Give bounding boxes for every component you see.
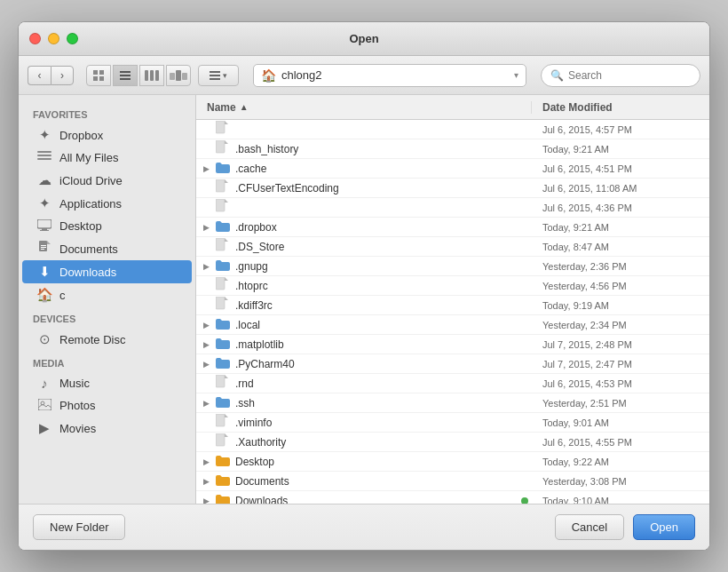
sidebar-item-applications[interactable]: ✦ Applications bbox=[22, 192, 192, 215]
titlebar: Open bbox=[19, 22, 709, 56]
file-date: Yesterday, 2:51 PM bbox=[532, 398, 709, 409]
icon-view-button[interactable] bbox=[86, 65, 111, 86]
file-name: .htoprc bbox=[235, 280, 532, 292]
table-row[interactable]: ▶ .matplotlib Jul 7, 2015, 2:48 PM bbox=[196, 335, 709, 354]
expand-icon[interactable]: ▶ bbox=[196, 321, 216, 330]
folder-icon bbox=[216, 318, 232, 332]
file-name: .gnupg bbox=[235, 260, 532, 273]
location-bar[interactable]: 🏠 chlong2 ▾ bbox=[253, 64, 526, 87]
location-dropdown-icon: ▾ bbox=[514, 70, 518, 80]
table-row[interactable]: .bash_history Today, 9:21 AM bbox=[196, 139, 709, 159]
svg-rect-30 bbox=[216, 179, 225, 192]
sidebar-item-downloads[interactable]: ⬇ Downloads bbox=[22, 260, 192, 283]
sidebar-item-documents[interactable]: Documents bbox=[22, 237, 192, 260]
expand-icon[interactable]: ▶ bbox=[196, 497, 216, 504]
file-list: Jul 6, 2015, 4:57 PM .bash_history Today… bbox=[196, 120, 709, 504]
date-column-header[interactable]: Date Modified bbox=[532, 101, 709, 114]
expand-icon[interactable]: ▶ bbox=[196, 164, 216, 173]
expand-icon[interactable]: ▶ bbox=[196, 223, 216, 232]
file-name: .dropbox bbox=[235, 221, 532, 234]
forward-button[interactable]: › bbox=[51, 66, 74, 85]
table-row[interactable]: .DS_Store Today, 8:47 AM bbox=[196, 237, 709, 257]
expand-icon[interactable]: ▶ bbox=[196, 340, 216, 349]
table-row[interactable]: .htoprc Yesterday, 4:56 PM bbox=[196, 276, 709, 296]
folder-icon bbox=[216, 220, 232, 234]
expand-icon[interactable]: ▶ bbox=[196, 399, 216, 408]
svg-rect-33 bbox=[216, 277, 225, 290]
coverflow-view-button[interactable] bbox=[166, 65, 191, 86]
svg-rect-24 bbox=[41, 247, 46, 248]
table-row[interactable]: ▶ .ssh Yesterday, 2:51 PM bbox=[196, 393, 709, 413]
table-row[interactable]: .Xauthority Jul 6, 2015, 4:55 PM bbox=[196, 433, 709, 452]
table-row[interactable]: ▶ .dropbox Today, 9:21 AM bbox=[196, 218, 709, 237]
maximize-button[interactable] bbox=[67, 33, 78, 44]
list-view-button[interactable] bbox=[113, 65, 138, 86]
table-row[interactable]: ▶ .gnupg Yesterday, 2:36 PM bbox=[196, 257, 709, 276]
bottom-right-buttons: Cancel Open bbox=[555, 514, 695, 540]
column-view-button[interactable] bbox=[139, 65, 164, 86]
file-name: .bash_history bbox=[235, 143, 532, 155]
sidebar-item-desktop-label: Desktop bbox=[59, 219, 102, 233]
sidebar-item-remote-disc[interactable]: ⊙ Remote Disc bbox=[22, 328, 192, 351]
file-date: Yesterday, 2:36 PM bbox=[532, 261, 709, 272]
arrange-button[interactable]: ▾ bbox=[198, 65, 239, 86]
sidebar-item-home-label: c bbox=[59, 289, 66, 302]
sidebar-item-movies-label: Movies bbox=[59, 422, 96, 435]
sidebar-item-movies[interactable]: ▶ Movies bbox=[22, 417, 192, 440]
expand-icon[interactable]: ▶ bbox=[196, 457, 216, 466]
expand-icon[interactable]: ▶ bbox=[196, 360, 216, 369]
open-button[interactable]: Open bbox=[633, 514, 695, 540]
table-row[interactable]: ▶ Desktop Today, 9:22 AM bbox=[196, 452, 709, 472]
expand-icon[interactable]: ▶ bbox=[196, 477, 216, 486]
table-row[interactable]: .rnd Jul 6, 2015, 4:53 PM bbox=[196, 374, 709, 393]
sidebar-item-icloud-drive[interactable]: ☁ iCloud Drive bbox=[22, 169, 192, 192]
file-date: Jul 7, 2015, 2:47 PM bbox=[532, 359, 709, 369]
table-row[interactable]: ▶ Documents Yesterday, 3:08 PM bbox=[196, 472, 709, 491]
file-date: Yesterday, 3:08 PM bbox=[532, 476, 709, 487]
sidebar-item-desktop[interactable]: Desktop bbox=[22, 215, 192, 237]
cancel-button[interactable]: Cancel bbox=[555, 514, 624, 540]
table-row[interactable]: Jul 6, 2015, 4:36 PM bbox=[196, 198, 709, 218]
file-date: Today, 8:47 AM bbox=[532, 242, 709, 252]
table-row[interactable]: .viminfo Today, 9:01 AM bbox=[196, 413, 709, 433]
file-name: .PyCharm40 bbox=[235, 358, 532, 370]
table-row[interactable]: .CFUserTextEncoding Jul 6, 2015, 11:08 A… bbox=[196, 179, 709, 198]
close-button[interactable] bbox=[29, 33, 41, 44]
back-button[interactable]: ‹ bbox=[28, 66, 51, 85]
sidebar-item-photos[interactable]: Photos bbox=[22, 394, 192, 417]
table-row[interactable]: Jul 6, 2015, 4:57 PM bbox=[196, 120, 709, 139]
new-folder-button[interactable]: New Folder bbox=[33, 514, 125, 540]
search-icon: 🔍 bbox=[550, 69, 564, 82]
table-row[interactable]: .kdiff3rc Today, 9:19 AM bbox=[196, 296, 709, 315]
table-row[interactable]: ▶ Downloads Today, 9:10 AM bbox=[196, 491, 709, 504]
sidebar-item-dropbox[interactable]: ✦ Dropbox bbox=[22, 123, 192, 147]
file-type-icon bbox=[216, 121, 232, 138]
file-type-icon bbox=[216, 238, 232, 255]
search-input[interactable] bbox=[568, 69, 691, 82]
file-date: Jul 6, 2015, 4:53 PM bbox=[532, 378, 709, 389]
sidebar-item-music[interactable]: ♪ Music bbox=[22, 372, 192, 394]
search-bar[interactable]: 🔍 bbox=[541, 64, 700, 87]
file-name: Desktop bbox=[235, 456, 532, 468]
file-type-icon bbox=[216, 179, 232, 196]
table-row[interactable]: ▶ .cache Jul 6, 2015, 4:51 PM bbox=[196, 159, 709, 179]
folder-icon bbox=[216, 162, 232, 176]
svg-rect-5 bbox=[120, 75, 131, 76]
media-label: Media bbox=[19, 351, 195, 372]
main-area: Favorites ✦ Dropbox All My Files ☁ iClou… bbox=[19, 95, 709, 504]
sidebar-item-all-my-files[interactable]: All My Files bbox=[22, 147, 192, 169]
svg-rect-9 bbox=[155, 70, 159, 81]
date-column-label: Date Modified bbox=[542, 101, 613, 114]
home-icon: 🏠 bbox=[36, 287, 52, 303]
name-column-header[interactable]: Name ▲ bbox=[196, 101, 532, 114]
photos-icon bbox=[36, 398, 52, 413]
expand-icon[interactable]: ▶ bbox=[196, 262, 216, 271]
table-row[interactable]: ▶ .PyCharm40 Jul 7, 2015, 2:47 PM bbox=[196, 354, 709, 374]
svg-rect-21 bbox=[40, 230, 49, 231]
minimize-button[interactable] bbox=[48, 33, 59, 44]
open-dialog: Open ‹ › ▾ 🏠 chlong2 bbox=[18, 21, 710, 551]
sidebar-item-home[interactable]: 🏠 c bbox=[22, 283, 192, 306]
table-row[interactable]: ▶ .local Yesterday, 2:34 PM bbox=[196, 315, 709, 335]
sidebar-item-downloads-label: Downloads bbox=[59, 266, 116, 279]
svg-rect-6 bbox=[120, 78, 131, 80]
